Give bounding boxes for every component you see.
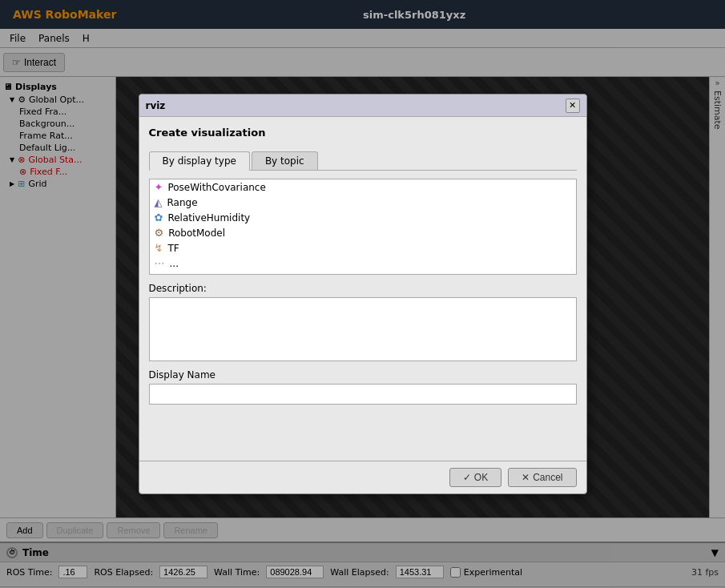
list-item-tf[interactable]: ↯ TF	[150, 240, 576, 256]
ok-button[interactable]: ✓ OK	[449, 468, 501, 487]
display-name-input[interactable]	[149, 384, 577, 405]
list-item-posecovariance[interactable]: ✦ PoseWithCovariance	[150, 179, 576, 195]
list-item-relativehumidity[interactable]: ✿ RelativeHumidity	[150, 210, 576, 225]
dialog-buttons: ✓ OK ✕ Cancel	[139, 461, 586, 493]
tab-by-topic[interactable]: By topic	[252, 151, 318, 170]
tab-by-display-type[interactable]: By display type	[149, 151, 250, 171]
modal-dialog: rviz ✕ Create visualization By display t…	[139, 94, 587, 494]
description-box	[149, 297, 577, 361]
modal-overlay: rviz ✕ Create visualization By display t…	[0, 0, 725, 588]
item-label: RelativeHumidity	[167, 212, 250, 224]
display-type-list[interactable]: ✦ PoseWithCovariance ◭ Range ✿ RelativeH…	[149, 179, 577, 275]
modal-title: rviz	[146, 100, 166, 111]
display-name-label: Display Name	[149, 369, 577, 381]
description-label: Description:	[149, 283, 577, 294]
cancel-button[interactable]: ✕ Cancel	[508, 468, 576, 487]
cancel-icon: ✕	[522, 472, 530, 483]
modal-titlebar: rviz ✕	[139, 95, 586, 117]
list-item-robotmodel[interactable]: ⚙ RobotModel	[150, 225, 576, 240]
laser-icon: ⋯	[155, 257, 165, 269]
item-label: RobotModel	[168, 228, 225, 239]
list-item-range[interactable]: ◭ Range	[150, 195, 576, 210]
item-label: Range	[167, 197, 198, 208]
item-label: PoseWithCovariance	[167, 182, 265, 193]
list-item-laser[interactable]: ⋯ ...	[150, 256, 576, 271]
create-visualization-label: Create visualization	[149, 127, 577, 139]
robot-icon: ⚙	[155, 227, 164, 239]
pose-icon: ✦	[155, 181, 163, 193]
tf-icon: ↯	[155, 242, 163, 254]
item-label: TF	[167, 243, 179, 254]
ok-label: OK	[474, 472, 488, 483]
display-name-section: Display Name	[149, 369, 577, 405]
modal-close-button[interactable]: ✕	[566, 99, 580, 113]
ok-icon: ✓	[463, 472, 471, 483]
modal-body: Create visualization By display type By …	[139, 117, 586, 461]
modal-tabs: By display type By topic	[149, 151, 577, 171]
range-icon: ◭	[155, 196, 163, 208]
description-section: Description:	[149, 283, 577, 361]
item-label: ...	[170, 258, 179, 269]
humidity-icon: ✿	[155, 211, 163, 224]
cancel-label: Cancel	[533, 472, 562, 483]
